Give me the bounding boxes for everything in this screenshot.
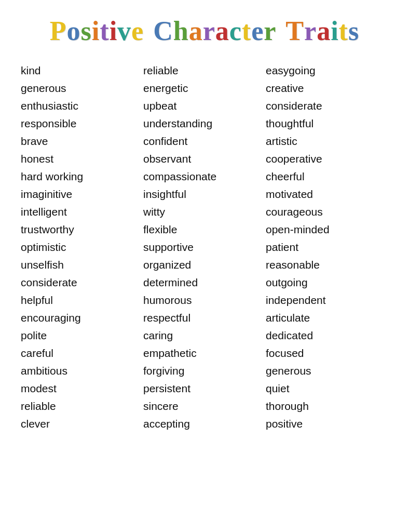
list-item: witty xyxy=(143,203,266,221)
list-item: accepting xyxy=(143,415,266,433)
list-item: reasonable xyxy=(266,256,388,274)
list-item: respectful xyxy=(143,309,266,327)
list-item: confident xyxy=(143,132,266,150)
list-item: observant xyxy=(143,150,266,168)
list-item: intelligent xyxy=(21,203,143,221)
list-item: unselfish xyxy=(21,256,143,274)
list-item: helpful xyxy=(21,291,143,309)
list-item: forgiving xyxy=(143,362,266,380)
column-1: kindgenerousenthusiasticresponsiblebrave… xyxy=(21,62,143,433)
list-item: cheerful xyxy=(266,168,388,185)
list-item: optimistic xyxy=(21,238,143,256)
traits-columns: kindgenerousenthusiasticresponsiblebrave… xyxy=(16,62,393,433)
list-item: organized xyxy=(143,256,266,274)
list-item: ambitious xyxy=(21,362,143,380)
list-item: caring xyxy=(143,327,266,344)
list-item: focused xyxy=(266,344,388,362)
list-item: thoughtful xyxy=(266,115,388,132)
list-item: generous xyxy=(21,79,143,97)
list-item: honest xyxy=(21,150,143,168)
list-item: creative xyxy=(266,79,388,97)
list-item: flexible xyxy=(143,221,266,238)
page-title: Positive Character Traits xyxy=(16,16,393,46)
list-item: enthusiastic xyxy=(21,97,143,115)
list-item: imaginitive xyxy=(21,185,143,203)
column-2: reliableenergeticupbeatunderstandingconf… xyxy=(143,62,266,433)
list-item: thorough xyxy=(266,397,388,415)
list-item: determined xyxy=(143,274,266,291)
list-item: encouraging xyxy=(21,309,143,327)
list-item: sincere xyxy=(143,397,266,415)
list-item: motivated xyxy=(266,185,388,203)
list-item: open-minded xyxy=(266,221,388,238)
list-item: persistent xyxy=(143,380,266,397)
list-item: compassionate xyxy=(143,168,266,185)
list-item: careful xyxy=(21,344,143,362)
list-item: positive xyxy=(266,415,388,433)
list-item: dedicated xyxy=(266,327,388,344)
list-item: upbeat xyxy=(143,97,266,115)
column-3: easygoingcreativeconsideratethoughtfular… xyxy=(266,62,388,433)
list-item: outgoing xyxy=(266,274,388,291)
list-item: considerate xyxy=(21,274,143,291)
list-item: insightful xyxy=(143,185,266,203)
list-item: reliable xyxy=(143,62,266,79)
list-item: quiet xyxy=(266,380,388,397)
list-item: courageous xyxy=(266,203,388,221)
list-item: responsible xyxy=(21,115,143,132)
list-item: modest xyxy=(21,380,143,397)
list-item: reliable xyxy=(21,397,143,415)
list-item: empathetic xyxy=(143,344,266,362)
list-item: humorous xyxy=(143,291,266,309)
list-item: generous xyxy=(266,362,388,380)
list-item: patient xyxy=(266,238,388,256)
list-item: understanding xyxy=(143,115,266,132)
list-item: supportive xyxy=(143,238,266,256)
list-item: brave xyxy=(21,132,143,150)
list-item: clever xyxy=(21,415,143,433)
list-item: trustworthy xyxy=(21,221,143,238)
list-item: artistic xyxy=(266,132,388,150)
list-item: kind xyxy=(21,62,143,79)
list-item: polite xyxy=(21,327,143,344)
list-item: independent xyxy=(266,291,388,309)
list-item: cooperative xyxy=(266,150,388,168)
list-item: hard working xyxy=(21,168,143,185)
list-item: considerate xyxy=(266,97,388,115)
list-item: articulate xyxy=(266,309,388,327)
list-item: energetic xyxy=(143,79,266,97)
list-item: easygoing xyxy=(266,62,388,79)
